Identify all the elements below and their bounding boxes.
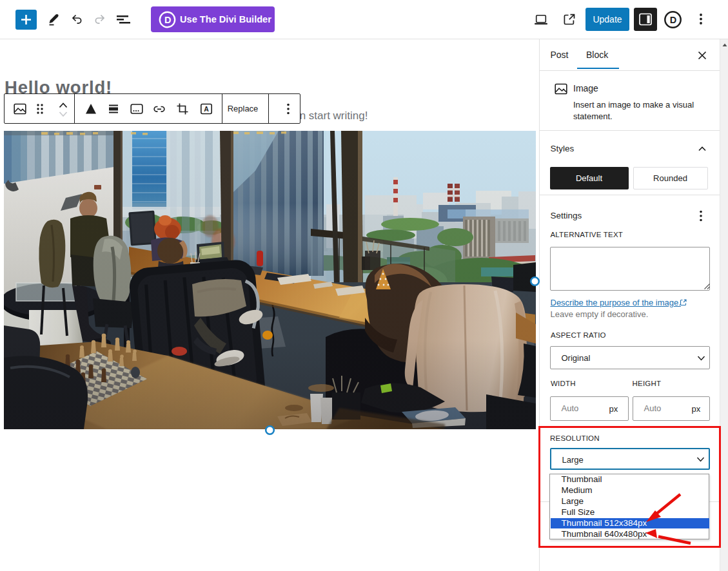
svg-text:D: D bbox=[164, 15, 171, 25]
svg-text:D: D bbox=[670, 15, 676, 25]
svg-text:A: A bbox=[204, 105, 209, 113]
